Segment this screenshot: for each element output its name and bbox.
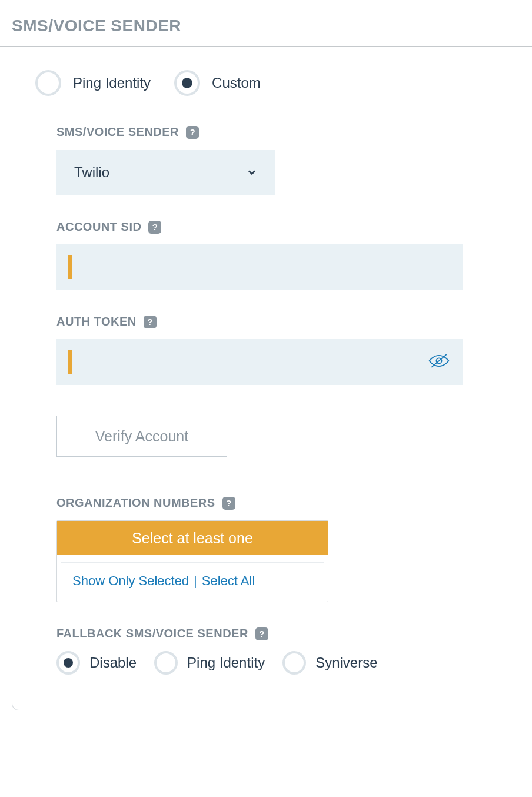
tab-custom[interactable]: Custom <box>174 70 261 96</box>
tab-label: Ping Identity <box>73 75 151 91</box>
fallback-option-syniverse[interactable]: Syniverse <box>282 651 377 675</box>
radio-icon <box>154 651 178 675</box>
sender-field-group: SMS/VOICE SENDER ? Twilio <box>56 125 532 195</box>
select-all-link[interactable]: Select All <box>202 573 255 589</box>
sender-type-tabs: Ping Identity Custom <box>0 47 532 96</box>
help-icon[interactable]: ? <box>222 497 235 510</box>
field-label-row: AUTH TOKEN ? <box>56 315 532 328</box>
radio-icon <box>56 651 80 675</box>
auth-token-label: AUTH TOKEN <box>56 315 137 328</box>
auth-token-group: AUTH TOKEN ? <box>56 315 532 385</box>
divider: | <box>194 573 197 589</box>
tab-underline <box>277 84 532 84</box>
help-icon[interactable]: ? <box>186 126 199 139</box>
fallback-option-ping-identity[interactable]: Ping Identity <box>154 651 265 675</box>
verify-group: Verify Account <box>56 410 532 471</box>
field-label-row: SMS/VOICE SENDER ? <box>56 125 532 139</box>
fallback-option-label: Disable <box>89 655 137 671</box>
field-label-row: ORGANIZATION NUMBERS ? <box>56 496 532 510</box>
eye-hidden-icon[interactable] <box>427 351 451 373</box>
tab-ping-identity[interactable]: Ping Identity <box>35 70 151 96</box>
account-sid-input[interactable] <box>74 260 451 275</box>
show-only-selected-link[interactable]: Show Only Selected <box>72 573 189 589</box>
org-numbers-label: ORGANIZATION NUMBERS <box>56 496 215 510</box>
page-header: SMS/VOICE SENDER <box>0 0 532 47</box>
auth-token-input[interactable] <box>74 354 427 370</box>
fallback-option-disable[interactable]: Disable <box>56 651 137 675</box>
org-numbers-actions: Show Only Selected | Select All <box>61 562 324 602</box>
chevron-down-icon <box>246 167 258 178</box>
fallback-option-label: Ping Identity <box>187 655 265 671</box>
fallback-option-label: Syniverse <box>315 655 377 671</box>
account-sid-group: ACCOUNT SID ? <box>56 220 532 290</box>
account-sid-label: ACCOUNT SID <box>56 220 141 234</box>
radio-icon <box>282 651 306 675</box>
fallback-label: FALLBACK SMS/VOICE SENDER <box>56 627 248 640</box>
sender-label: SMS/VOICE SENDER <box>56 125 179 139</box>
org-numbers-group: ORGANIZATION NUMBERS ? Select at least o… <box>56 496 532 602</box>
fallback-options-row: Disable Ping Identity Syniverse <box>56 651 532 675</box>
org-numbers-box: Select at least one Show Only Selected |… <box>56 520 328 602</box>
help-icon[interactable]: ? <box>144 316 157 328</box>
page-title: SMS/VOICE SENDER <box>12 16 520 35</box>
radio-icon <box>174 70 200 96</box>
input-cursor <box>68 255 72 279</box>
verify-account-button[interactable]: Verify Account <box>56 416 227 457</box>
help-icon[interactable]: ? <box>255 627 268 640</box>
fallback-group: FALLBACK SMS/VOICE SENDER ? Disable Ping… <box>56 627 532 675</box>
auth-token-input-wrap <box>56 339 463 385</box>
input-cursor <box>68 350 72 374</box>
sender-select-value: Twilio <box>74 164 109 181</box>
account-sid-input-wrap <box>56 244 463 290</box>
radio-icon <box>35 70 61 96</box>
org-numbers-banner: Select at least one <box>57 521 328 555</box>
field-label-row: ACCOUNT SID ? <box>56 220 532 234</box>
sender-select[interactable]: Twilio <box>56 150 275 195</box>
tab-label: Custom <box>212 75 261 91</box>
custom-sender-form: SMS/VOICE SENDER ? Twilio ACCOUNT SID ? … <box>12 96 532 710</box>
field-label-row: FALLBACK SMS/VOICE SENDER ? <box>56 627 532 640</box>
help-icon[interactable]: ? <box>148 221 161 234</box>
